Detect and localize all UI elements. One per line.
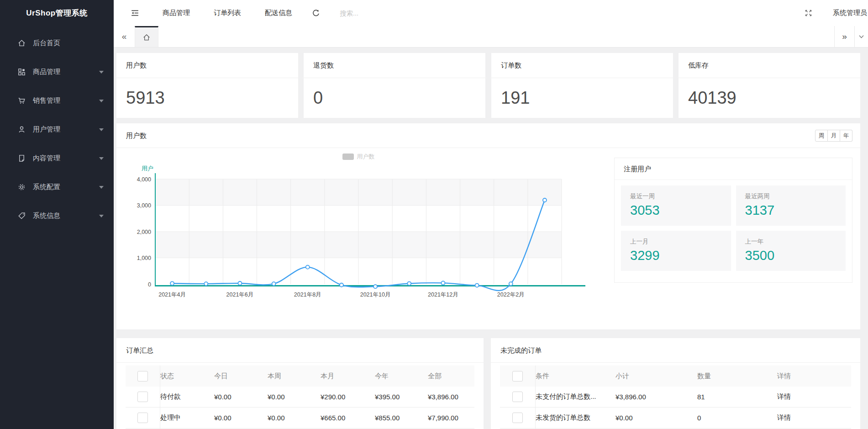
home-icon bbox=[17, 39, 26, 48]
table-header-row: 状态 今日 本周 本月 今年 全部 bbox=[126, 365, 474, 387]
admin-user-menu[interactable]: 系统管理员 bbox=[833, 9, 867, 17]
reg-box-value: 3137 bbox=[745, 203, 837, 218]
users-chart-panel-header: 用户数 周 月 年 bbox=[116, 123, 860, 148]
column-header: 本月 bbox=[321, 372, 375, 381]
sidebar-item-label: 系统配置 bbox=[33, 183, 99, 191]
row-checkbox[interactable] bbox=[512, 413, 523, 423]
top-navbar: 商品管理 订单列表 配送信息 系统管理员 bbox=[114, 0, 868, 26]
stat-card-low-stock: 低库存 40139 bbox=[679, 53, 860, 118]
detail-link[interactable]: 详情 bbox=[777, 392, 851, 401]
refresh-icon[interactable] bbox=[311, 9, 321, 18]
select-all-checkbox[interactable] bbox=[512, 371, 523, 381]
detail-link[interactable]: 详情 bbox=[777, 413, 851, 422]
reg-box-value: 3053 bbox=[630, 203, 722, 218]
stat-card-value: 191 bbox=[491, 78, 673, 108]
reg-box-last-year: 上一年 3500 bbox=[736, 231, 846, 271]
amount-cell: ¥855.00 bbox=[375, 414, 428, 422]
reg-box-value: 3299 bbox=[630, 248, 722, 263]
sidebar-item-users[interactable]: 用户管理 bbox=[0, 115, 114, 144]
svg-text:2,000: 2,000 bbox=[137, 229, 151, 235]
user-icon bbox=[17, 125, 26, 134]
column-header: 今日 bbox=[214, 372, 268, 381]
select-all-checkbox[interactable] bbox=[137, 371, 148, 381]
condition-cell: 未发货的订单总数 bbox=[536, 413, 615, 422]
qty-cell: 0 bbox=[697, 414, 777, 422]
subtotal-cell: ¥3,896.00 bbox=[615, 393, 697, 401]
scroll-tabs-left-icon[interactable]: « bbox=[114, 26, 135, 47]
stat-card-label: 低库存 bbox=[679, 53, 860, 78]
column-header: 条件 bbox=[536, 372, 615, 381]
amount-cell: ¥3,896.00 bbox=[428, 393, 474, 401]
status-cell: 处理中 bbox=[160, 413, 214, 422]
row-checkbox[interactable] bbox=[137, 413, 148, 423]
scroll-tabs-right-icon[interactable]: » bbox=[834, 26, 854, 47]
svg-text:1,000: 1,000 bbox=[137, 255, 151, 261]
sidebar-item-sysinfo[interactable]: 系统信息 bbox=[0, 201, 114, 230]
sidebar-menu: 后台首页 商品管理 销售管理 用户管理 bbox=[0, 26, 114, 230]
sidebar-item-label: 后台首页 bbox=[33, 39, 104, 48]
home-tab-icon bbox=[142, 33, 151, 42]
products-grid-icon bbox=[17, 68, 26, 76]
sidebar-item-settings[interactable]: 系统配置 bbox=[0, 173, 114, 201]
amount-cell: ¥665.00 bbox=[321, 414, 375, 422]
nav-tab-orders[interactable]: 订单列表 bbox=[214, 9, 241, 17]
chevron-down-icon bbox=[99, 100, 104, 102]
sidebar-item-label: 销售管理 bbox=[33, 96, 99, 105]
column-header: 今年 bbox=[375, 372, 428, 381]
sidebar-item-sales[interactable]: 销售管理 bbox=[0, 86, 114, 115]
reg-box-last-two-weeks: 最近两周 3137 bbox=[736, 185, 846, 226]
sidebar-item-products[interactable]: 商品管理 bbox=[0, 58, 114, 86]
search-input[interactable] bbox=[339, 9, 432, 17]
incomplete-orders-panel: 未完成的订单 条件 小计 数量 详情 未支付的订单总数... ¥3,896.00… bbox=[491, 338, 860, 429]
table-row: 未支付的订单总数... ¥3,896.00 81 详情 bbox=[500, 387, 851, 408]
incomplete-orders-title: 未完成的订单 bbox=[491, 338, 860, 363]
svg-text:2021年8月: 2021年8月 bbox=[294, 291, 321, 298]
chevron-down-icon bbox=[99, 186, 104, 189]
sidebar-item-label: 商品管理 bbox=[33, 68, 99, 76]
svg-text:用户: 用户 bbox=[142, 165, 153, 172]
table-row: 待付款 ¥0.00 ¥0.00 ¥290.00 ¥395.00 ¥3,896.0… bbox=[126, 387, 474, 408]
range-week-button[interactable]: 周 bbox=[815, 130, 828, 142]
column-header: 数量 bbox=[697, 372, 777, 381]
table-row: 处理中 ¥0.00 ¥0.00 ¥665.00 ¥855.00 ¥7,990.0… bbox=[126, 408, 474, 429]
home-page-tab[interactable] bbox=[135, 26, 158, 47]
collapse-sidebar-icon[interactable] bbox=[130, 8, 140, 18]
sidebar-item-home[interactable]: 后台首页 bbox=[0, 29, 114, 58]
top-nav-tabs: 商品管理 订单列表 配送信息 bbox=[163, 9, 292, 17]
fullscreen-icon[interactable] bbox=[804, 9, 813, 17]
sidebar-item-label: 系统信息 bbox=[33, 212, 99, 220]
cart-icon bbox=[17, 96, 26, 105]
table-header-row: 条件 小计 数量 详情 bbox=[500, 365, 851, 387]
stat-card-value: 0 bbox=[304, 78, 485, 108]
chevron-down-icon bbox=[99, 215, 104, 217]
range-month-button[interactable]: 月 bbox=[828, 130, 840, 142]
row-checkbox[interactable] bbox=[512, 392, 523, 402]
stat-card-label: 退货数 bbox=[304, 53, 485, 78]
amount-cell: ¥0.00 bbox=[268, 393, 321, 401]
svg-text:2021年10月: 2021年10月 bbox=[360, 291, 391, 298]
tab-options-dropdown-icon[interactable] bbox=[854, 26, 868, 47]
amount-cell: ¥0.00 bbox=[268, 414, 321, 422]
reg-box-value: 3500 bbox=[745, 248, 837, 263]
row-checkbox[interactable] bbox=[137, 392, 148, 402]
sidebar-item-content[interactable]: 内容管理 bbox=[0, 144, 114, 173]
nav-tab-products[interactable]: 商品管理 bbox=[163, 9, 190, 17]
chart-range-buttons: 周 月 年 bbox=[815, 130, 852, 142]
chevron-down-icon bbox=[99, 157, 104, 160]
chevron-down-icon bbox=[99, 128, 104, 131]
stat-card-label: 用户数 bbox=[116, 53, 298, 78]
table-row: 未发货的订单总数 ¥0.00 0 详情 bbox=[500, 408, 851, 429]
range-year-button[interactable]: 年 bbox=[840, 130, 852, 142]
amount-cell: ¥290.00 bbox=[321, 393, 375, 401]
sidebar-item-label: 用户管理 bbox=[33, 125, 99, 134]
column-header: 详情 bbox=[777, 372, 851, 381]
amount-cell: ¥0.00 bbox=[214, 414, 268, 422]
svg-text:2022年2月: 2022年2月 bbox=[497, 291, 525, 298]
sidebar: UrShop管理系统 后台首页 商品管理 销售管理 用户 bbox=[0, 0, 114, 429]
chevron-down-icon bbox=[99, 71, 104, 74]
nav-tab-delivery[interactable]: 配送信息 bbox=[265, 9, 292, 17]
chart-legend[interactable]: 用户数 bbox=[128, 153, 589, 161]
panel-title: 用户数 bbox=[126, 132, 147, 139]
subtotal-cell: ¥0.00 bbox=[615, 414, 697, 422]
order-summary-title: 订单汇总 bbox=[116, 338, 484, 363]
